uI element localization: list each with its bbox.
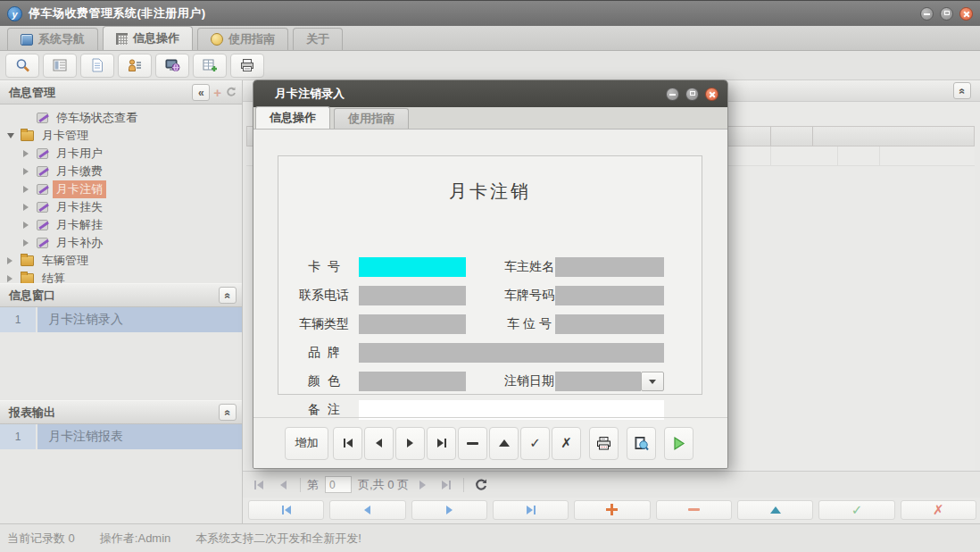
- window-list-item[interactable]: 1 月卡注销录入: [0, 307, 242, 334]
- tree-expand-arrow-icon[interactable]: [23, 239, 35, 247]
- tree-expand-arrow-icon[interactable]: [7, 257, 19, 264]
- tree-item[interactable]: 月卡管理: [0, 127, 242, 145]
- bottom-edit-button[interactable]: [737, 500, 813, 520]
- document-button[interactable]: [80, 54, 114, 78]
- tree-expand-arrow-icon[interactable]: [23, 204, 35, 211]
- refresh-button[interactable]: [470, 475, 492, 495]
- tree-item-icon: [37, 238, 48, 248]
- collapse-sidebar-button[interactable]: «: [192, 84, 210, 101]
- bottom-add-button[interactable]: [574, 500, 650, 520]
- bottom-last-button[interactable]: [493, 500, 569, 520]
- tree-item[interactable]: 结算: [0, 270, 242, 283]
- tree-item[interactable]: 车辆管理: [0, 252, 242, 270]
- tree-expand-arrow-icon[interactable]: [23, 186, 35, 193]
- tree-item[interactable]: 月卡用户: [0, 145, 242, 163]
- dialog-tab-bar: 信息操作使用指南: [253, 107, 727, 130]
- status-message: 本系统支持二次开发和全新开发!: [195, 531, 361, 547]
- tree-expand-arrow-icon[interactable]: [23, 222, 35, 229]
- dialog-title-bar[interactable]: 月卡注销录入: [253, 80, 727, 107]
- main-tab[interactable]: 使用指南: [197, 28, 288, 50]
- table-add-icon: [202, 57, 218, 73]
- refresh-icon: [474, 478, 488, 492]
- user-list-button[interactable]: [118, 54, 152, 78]
- prev-record-button[interactable]: [364, 427, 394, 460]
- pager-last-button[interactable]: [436, 475, 457, 495]
- info-panel-title: 信息管理: [9, 85, 192, 101]
- search-button[interactable]: [5, 54, 39, 78]
- confirm-button[interactable]: [520, 427, 550, 460]
- print-button[interactable]: [589, 427, 619, 460]
- item-label: 月卡注销录入: [37, 312, 242, 328]
- tree-item[interactable]: 月卡挂失: [0, 198, 242, 216]
- report-list-item[interactable]: 1 月卡注销报表: [0, 424, 242, 451]
- monitor-web-button[interactable]: [155, 54, 189, 78]
- grid-column-header[interactable]: [771, 127, 813, 146]
- owner-name-label: 车主姓名: [495, 259, 563, 275]
- collapse-report-panel-button[interactable]: «: [219, 404, 237, 421]
- print-preview-button[interactable]: [627, 427, 656, 460]
- bottom-first-button[interactable]: [248, 500, 324, 520]
- bottom-confirm-button[interactable]: [818, 500, 894, 520]
- bottom-delete-button[interactable]: [656, 500, 732, 520]
- dialog-close-button[interactable]: [705, 88, 718, 101]
- tree-expand-arrow-icon[interactable]: [23, 150, 35, 157]
- first-record-button[interactable]: [333, 427, 362, 460]
- add-button[interactable]: 增加: [285, 427, 328, 460]
- collapse-window-panel-button[interactable]: «: [219, 287, 237, 304]
- report-panel-header: 报表输出 «: [0, 400, 242, 424]
- edit-record-button[interactable]: [489, 427, 519, 460]
- item-label: 月卡注销报表: [37, 429, 242, 445]
- minus-icon: [688, 508, 700, 511]
- tab-label: 使用指南: [228, 31, 275, 47]
- maximize-icon: [690, 91, 695, 96]
- minimize-button[interactable]: [920, 7, 934, 21]
- bottom-cancel-button[interactable]: [901, 500, 976, 520]
- tree-expand-arrow-icon[interactable]: [7, 275, 19, 282]
- print-tool-button[interactable]: [230, 54, 264, 78]
- pager-prev-button[interactable]: [272, 475, 294, 495]
- table-add-button[interactable]: [193, 54, 227, 78]
- execute-button[interactable]: [664, 427, 693, 460]
- check-icon: [529, 435, 541, 451]
- tree-item[interactable]: 停车场状态查看: [0, 109, 242, 127]
- main-tab[interactable]: 系统导航: [7, 28, 98, 50]
- tree-item[interactable]: 月卡缴费: [0, 163, 242, 180]
- bottom-next-button[interactable]: [411, 500, 487, 520]
- dialog-minimize-button[interactable]: [666, 88, 679, 101]
- maximize-icon: [944, 11, 950, 15]
- dialog-tab[interactable]: 信息操作: [255, 106, 330, 129]
- close-button[interactable]: [959, 7, 973, 21]
- next-record-button[interactable]: [395, 427, 425, 460]
- cancel-form: 月卡注销 卡 号 车主姓名 联系电话 车牌号码 车辆类型 车 位 号: [278, 155, 702, 395]
- tree-expand-arrow-icon[interactable]: [7, 130, 19, 142]
- plus-icon: [606, 504, 618, 515]
- collapse-content-button[interactable]: «: [953, 82, 971, 99]
- pager-first-button[interactable]: [248, 475, 270, 495]
- minus-icon: [467, 442, 478, 445]
- tree-item-icon: [21, 130, 34, 141]
- cancel-date-dropdown-button[interactable]: [641, 372, 664, 391]
- card-no-input[interactable]: [359, 257, 466, 277]
- tree-item-label: 月卡用户: [53, 145, 106, 163]
- bottom-prev-button[interactable]: [329, 500, 405, 520]
- dialog-tab[interactable]: 使用指南: [334, 108, 409, 129]
- page-number-input[interactable]: [325, 476, 352, 493]
- tree-item[interactable]: 月卡补办: [0, 234, 242, 252]
- cancel-button[interactable]: [552, 427, 581, 460]
- tree-item[interactable]: 月卡解挂: [0, 216, 242, 234]
- edit-triangle-icon: [499, 439, 510, 447]
- delete-record-button[interactable]: [458, 427, 487, 460]
- window-panel-header: 信息窗口 «: [0, 283, 242, 307]
- last-record-button[interactable]: [427, 427, 456, 460]
- maximize-button[interactable]: [940, 7, 953, 21]
- tree-item[interactable]: 月卡注销: [0, 180, 242, 198]
- print-preview-icon: [633, 435, 650, 452]
- form-view-button[interactable]: [43, 54, 77, 78]
- main-tab[interactable]: 信息操作: [103, 26, 193, 50]
- pager-next-button[interactable]: [411, 475, 433, 495]
- tree-expand-arrow-icon[interactable]: [23, 168, 35, 175]
- guide-coin-icon: [211, 33, 223, 46]
- dialog-maximize-button[interactable]: [685, 88, 699, 101]
- main-tab[interactable]: 关于: [293, 28, 343, 50]
- tree-item-icon: [37, 148, 48, 159]
